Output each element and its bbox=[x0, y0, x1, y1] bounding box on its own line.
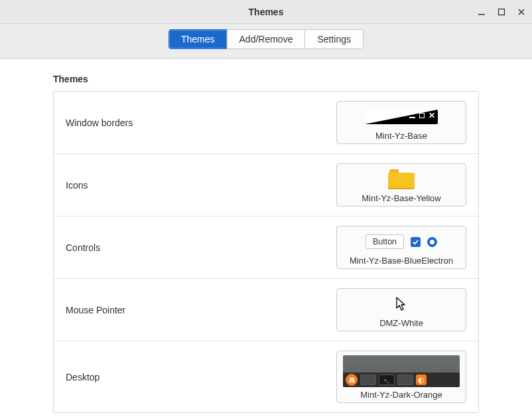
label-desktop: Desktop bbox=[66, 372, 100, 382]
select-desktop[interactable]: ⋒ >_ ◐ Mint-Yz-Dark-Orange bbox=[336, 351, 466, 403]
preview-window-borders: ✕ bbox=[343, 106, 460, 128]
minimize-icon[interactable] bbox=[476, 7, 487, 17]
content: Themes Window borders ✕ Mint-Yz-Base bbox=[0, 59, 532, 413]
value-desktop: Mint-Yz-Dark-Orange bbox=[360, 390, 442, 400]
svg-rect-0 bbox=[478, 14, 485, 15]
close-icon[interactable] bbox=[516, 7, 527, 17]
mint-logo-icon: ⋒ bbox=[346, 374, 358, 386]
section-heading: Themes bbox=[53, 74, 479, 84]
tab-switcher: Themes Add/Remove Settings bbox=[168, 29, 364, 49]
select-icons[interactable]: Mint-Yz-Base-Yellow bbox=[336, 163, 466, 207]
svg-rect-1 bbox=[499, 9, 505, 15]
window-controls bbox=[476, 0, 527, 24]
titlebar: Themes bbox=[0, 0, 532, 24]
row-controls: Controls Button Mint-Yz-Base-BlueElectro… bbox=[54, 216, 478, 279]
value-controls: Mint-Yz-Base-BlueElectron bbox=[350, 256, 453, 266]
firefox-icon: ◐ bbox=[416, 375, 427, 385]
select-window-borders[interactable]: ✕ Mint-Yz-Base bbox=[336, 101, 466, 144]
cursor-icon bbox=[395, 296, 408, 312]
checkbox-icon bbox=[411, 237, 421, 247]
preview-mouse-pointer bbox=[343, 293, 460, 315]
tab-add-remove[interactable]: Add/Remove bbox=[227, 29, 306, 49]
tab-themes[interactable]: Themes bbox=[168, 29, 228, 49]
toolbar: Themes Add/Remove Settings bbox=[0, 24, 532, 59]
row-desktop: Desktop ⋒ >_ ◐ Mint-Yz-Dark-Orange bbox=[54, 341, 478, 412]
preview-desktop: ⋒ >_ ◐ bbox=[343, 355, 460, 387]
wb-minimize-icon bbox=[409, 117, 415, 118]
taskbar-item-icon bbox=[397, 375, 413, 385]
preview-icons bbox=[343, 168, 460, 191]
wb-close-icon: ✕ bbox=[429, 112, 435, 120]
tab-settings[interactable]: Settings bbox=[304, 29, 364, 49]
folder-icon bbox=[388, 169, 415, 189]
label-icons: Icons bbox=[66, 180, 88, 191]
row-mouse-pointer: Mouse Pointer DMZ-White bbox=[54, 279, 478, 341]
maximize-icon[interactable] bbox=[496, 7, 507, 17]
taskbar-item-icon: >_ bbox=[379, 375, 395, 385]
select-mouse-pointer[interactable]: DMZ-White bbox=[336, 288, 466, 331]
window-title: Themes bbox=[0, 7, 532, 17]
themes-panel: Window borders ✕ Mint-Yz-Base Icons bbox=[53, 91, 479, 413]
radio-icon bbox=[427, 237, 437, 247]
select-controls[interactable]: Button Mint-Yz-Base-BlueElectron bbox=[336, 226, 466, 269]
sample-button: Button bbox=[366, 234, 404, 249]
value-mouse-pointer: DMZ-White bbox=[379, 318, 423, 328]
preview-controls: Button bbox=[343, 230, 460, 253]
label-window-borders: Window borders bbox=[66, 118, 133, 128]
wb-maximize-icon bbox=[419, 113, 425, 118]
row-icons: Icons Mint-Yz-Base-Yellow bbox=[54, 154, 478, 216]
value-window-borders: Mint-Yz-Base bbox=[375, 131, 427, 141]
value-icons: Mint-Yz-Base-Yellow bbox=[362, 193, 440, 203]
row-window-borders: Window borders ✕ Mint-Yz-Base bbox=[54, 92, 478, 154]
label-controls: Controls bbox=[66, 242, 100, 253]
taskbar-item-icon bbox=[360, 375, 376, 385]
label-mouse-pointer: Mouse Pointer bbox=[66, 305, 125, 315]
